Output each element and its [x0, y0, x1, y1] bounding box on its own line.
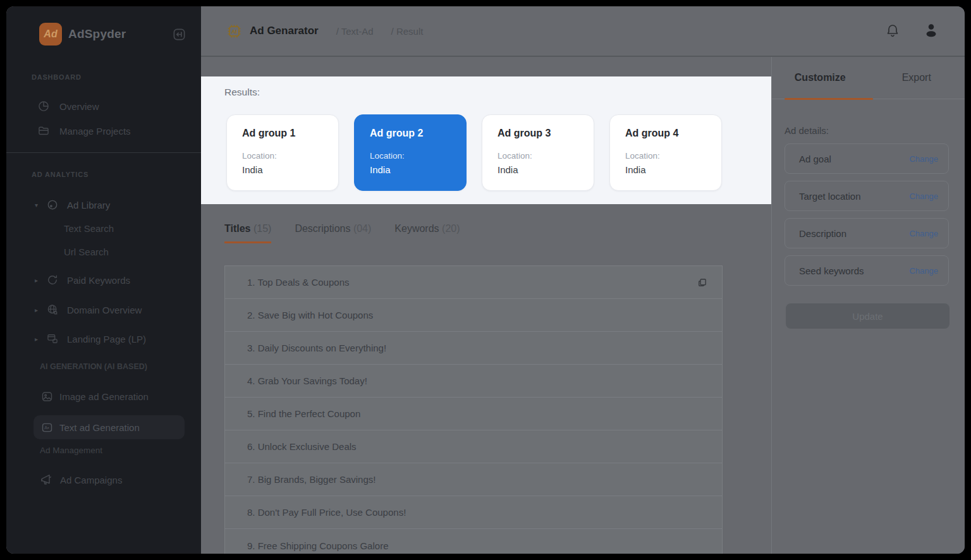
title-row-7[interactable]: 7. Big Brands, Bigger Savings!: [225, 463, 722, 496]
title-text: 2. Save Big with Hot Coupons: [247, 310, 373, 320]
title-text: 8. Don't Pay Full Price, Use Coupons!: [247, 507, 406, 518]
location-value: India: [370, 164, 451, 175]
detail-label: Ad goal: [799, 154, 831, 164]
sidebar-item-label: Paid Keywords: [67, 275, 130, 286]
title-text: 3. Daily Discounts on Everything!: [247, 343, 386, 353]
section-label-ad-analytics: AD ANALYTICS: [32, 171, 89, 178]
customize-panel: Customize Export Ad details: Ad goal Cha…: [771, 57, 965, 554]
sidebar-item-label: Url Search: [64, 247, 109, 257]
top-bar: AI Ad Genarator / Text-Ad / Result: [201, 6, 965, 57]
section-label-ai-generation: AI GENERATION (AI BASED): [40, 362, 147, 371]
ai-chip-icon: AI: [226, 23, 242, 39]
sidebar-item-label: Overview: [59, 101, 99, 112]
tab-titles[interactable]: Titles (15): [224, 223, 271, 243]
folder-icon: [37, 125, 50, 137]
title-row-3[interactable]: 3. Daily Discounts on Everything!: [225, 332, 722, 365]
sidebar-item-paid-keywords[interactable]: ▸ Paid Keywords: [6, 267, 201, 293]
location-label: Location:: [625, 151, 706, 161]
ad-group-card-3[interactable]: Ad group 3 Location: India: [482, 114, 594, 191]
ad-group-name: Ad group 1: [242, 128, 323, 139]
breadcrumb-text-ad[interactable]: / Text-Ad: [336, 26, 374, 37]
sidebar-item-label: Text Search: [64, 223, 114, 234]
sidebar-item-url-search[interactable]: Url Search: [6, 243, 201, 260]
sidebar-item-image-ad-generation[interactable]: Image ad Generation: [6, 384, 201, 409]
sidebar-item-manage-projects[interactable]: Manage Projects: [6, 118, 201, 143]
change-ad-goal-link[interactable]: Change: [909, 154, 938, 164]
ad-group-card-1[interactable]: Ad group 1 Location: India: [226, 114, 339, 191]
change-description-link[interactable]: Change: [909, 229, 938, 238]
adspyder-logo-icon: Ad: [39, 23, 62, 46]
svg-text:AI: AI: [231, 28, 237, 34]
sidebar-item-label: Landing Page (LP): [67, 334, 146, 344]
ad-group-name: Ad group 3: [498, 128, 578, 139]
chevron-right-icon: ▸: [35, 336, 41, 343]
sidebar-item-text-ad-generation[interactable]: A• Text ad Generation: [6, 415, 201, 439]
title-text: 6. Unlock Exclusive Deals: [247, 441, 357, 452]
results-label: Results:: [224, 87, 260, 98]
sidebar-item-label: Image ad Generation: [59, 391, 149, 402]
sidebar-item-label: Text ad Generation: [59, 422, 140, 433]
tab-keywords[interactable]: Keywords (20): [394, 223, 460, 243]
breadcrumb-result[interactable]: / Result: [391, 26, 424, 37]
text-ad-icon: A•: [40, 421, 54, 434]
logo[interactable]: Ad AdSpyder: [39, 23, 126, 46]
title-row-5[interactable]: 5. Find the Perfect Coupon: [225, 398, 722, 430]
location-value: India: [498, 164, 578, 175]
chevron-right-icon: ▸: [35, 307, 41, 313]
detail-label: Target location: [799, 191, 861, 202]
location-label: Location:: [242, 151, 323, 161]
megaphone-icon: [39, 473, 53, 487]
sidebar-item-text-search[interactable]: Text Search: [6, 220, 201, 236]
notifications-bell-icon[interactable]: [885, 23, 900, 39]
title-text: 7. Big Brands, Bigger Savings!: [247, 474, 376, 485]
landing-page-icon: [46, 332, 59, 345]
title-row-8[interactable]: 8. Don't Pay Full Price, Use Coupons!: [225, 496, 722, 529]
titles-list: 1. Top Deals & Coupons 2. Save Big with …: [224, 265, 723, 554]
tab-count: (20): [442, 223, 460, 234]
svg-text:A•: A•: [44, 425, 49, 430]
content-tabs: Titles (15) Descriptions (04) Keywords (…: [224, 223, 460, 243]
page-title: Ad Genarator: [250, 25, 319, 37]
title-row-9[interactable]: 9. Free Shipping Coupons Galore: [225, 529, 722, 554]
section-label-ad-management: Ad Management: [40, 446, 102, 455]
app-name: AdSpyder: [68, 27, 126, 41]
results-section: Results: Ad group 1 Location: India Ad g…: [201, 76, 771, 204]
chevron-right-icon: ▸: [35, 277, 41, 284]
section-label-dashboard: DASHBOARD: [32, 73, 82, 81]
tab-export[interactable]: Export: [869, 57, 965, 99]
ad-library-icon: [46, 198, 59, 211]
ad-group-name: Ad group 4: [625, 128, 706, 139]
sidebar: Ad AdSpyder DASHBOARD Overview: [6, 6, 201, 554]
copy-icon[interactable]: [697, 277, 708, 288]
sidebar-item-domain-overview[interactable]: ▸ Domain Overview: [6, 297, 201, 322]
tab-descriptions[interactable]: Descriptions (04): [295, 223, 371, 243]
pie-chart-icon: [37, 100, 50, 113]
ad-group-card-4[interactable]: Ad group 4 Location: India: [609, 114, 722, 191]
tab-customize[interactable]: Customize: [772, 57, 869, 99]
detail-label: Seed keywords: [799, 265, 864, 276]
sidebar-item-landing-page[interactable]: ▸ Landing Page (LP): [6, 326, 201, 351]
sidebar-item-ad-library[interactable]: ▾ Ad Library: [6, 192, 201, 217]
title-row-1[interactable]: 1. Top Deals & Coupons: [225, 266, 722, 299]
title-text: 4. Grab Your Savings Today!: [247, 375, 367, 386]
sidebar-collapse-icon[interactable]: [172, 27, 186, 42]
tab-count: (15): [253, 223, 271, 234]
user-avatar-icon[interactable]: [922, 21, 941, 40]
sidebar-item-label: Manage Projects: [59, 126, 131, 137]
sidebar-item-ad-campaigns[interactable]: Ad Campaigns: [6, 467, 201, 492]
change-target-location-link[interactable]: Change: [909, 192, 938, 201]
location-label: Location:: [370, 151, 451, 161]
sidebar-item-label: Ad Library: [67, 200, 110, 210]
globe-search-icon: [46, 303, 59, 316]
title-row-2[interactable]: 2. Save Big with Hot Coupons: [225, 299, 722, 332]
breadcrumb: AI Ad Genarator / Text-Ad / Result: [226, 23, 423, 39]
detail-row-seed-keywords: Seed keywords Change: [785, 255, 949, 286]
title-text: 9. Free Shipping Coupons Galore: [247, 540, 388, 551]
update-button[interactable]: Update: [786, 303, 950, 329]
title-row-4[interactable]: 4. Grab Your Savings Today!: [225, 365, 722, 398]
title-row-6[interactable]: 6. Unlock Exclusive Deals: [225, 430, 722, 463]
ad-group-card-2-selected[interactable]: Ad group 2 Location: India: [354, 114, 467, 191]
title-text: 1. Top Deals & Coupons: [247, 277, 350, 288]
change-seed-keywords-link[interactable]: Change: [909, 266, 938, 276]
sidebar-item-overview[interactable]: Overview: [6, 94, 201, 119]
